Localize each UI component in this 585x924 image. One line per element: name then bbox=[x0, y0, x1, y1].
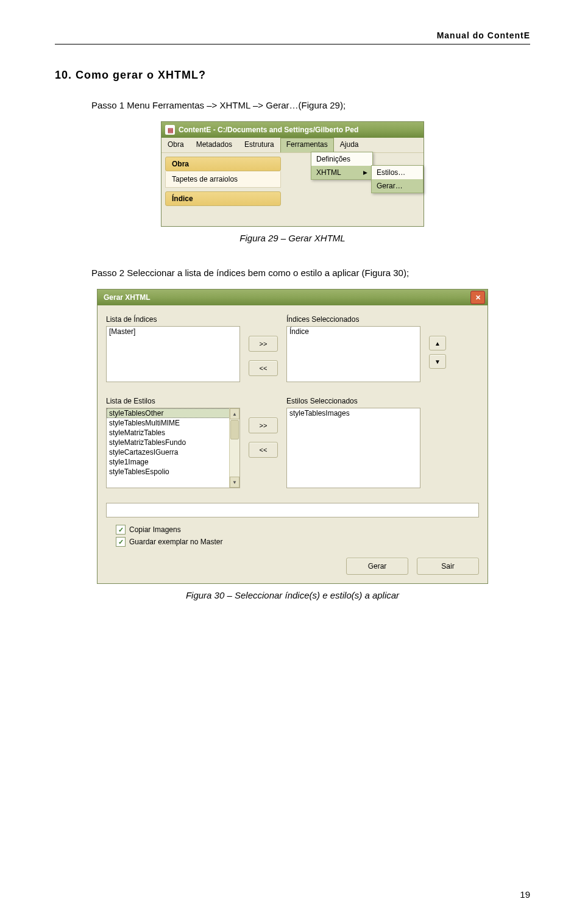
label-estilos-sel: Estilos Seleccionados bbox=[286, 397, 420, 405]
side-obra-item[interactable]: Tapetes de arraiolos bbox=[165, 171, 281, 188]
header-rule bbox=[55, 44, 530, 44]
menu-ajuda[interactable]: Ajuda bbox=[334, 138, 365, 152]
menu-ferramentas[interactable]: Ferramentas bbox=[280, 138, 334, 152]
list-item[interactable]: styleMatrizTables bbox=[107, 428, 239, 438]
submenu-arrow-icon: ▶ bbox=[363, 169, 367, 176]
remove-style-button[interactable]: << bbox=[249, 442, 278, 458]
list-item[interactable]: styleTablesMultiMIME bbox=[107, 418, 239, 428]
remove-index-button[interactable]: << bbox=[249, 360, 278, 376]
menu-metadados[interactable]: Metadados bbox=[190, 138, 238, 152]
check-label: Copiar Imagens bbox=[129, 525, 181, 534]
close-button[interactable]: ✕ bbox=[470, 291, 485, 304]
scroll-down-icon[interactable]: ▼ bbox=[230, 477, 239, 488]
checkbox-icon: ✓ bbox=[116, 525, 126, 535]
scrollbar[interactable]: ▲ ▼ bbox=[229, 408, 239, 488]
list-item[interactable]: styleCartazesIGuerra bbox=[107, 447, 239, 457]
menu-xhtml-label: XHTML bbox=[316, 168, 341, 177]
label-indices-sel: Índices Seleccionados bbox=[286, 315, 420, 324]
dialog-title: Gerar XHTML bbox=[104, 293, 151, 302]
listbox-estilos-src[interactable]: styleTablesOther styleTablesMultiMIME st… bbox=[106, 408, 240, 488]
xhtml-submenu: Estilos… Gerar… bbox=[371, 165, 424, 193]
gerar-button[interactable]: Gerar bbox=[346, 558, 408, 575]
close-icon: ✕ bbox=[475, 294, 481, 302]
list-item[interactable]: styleTablesEspolio bbox=[107, 467, 239, 477]
section-title: 10. Como gerar o XHTML? bbox=[55, 69, 530, 82]
check-label: Guardar exemplar no Master bbox=[129, 538, 222, 546]
scroll-up-icon[interactable]: ▲ bbox=[230, 408, 239, 419]
submenu-gerar[interactable]: Gerar… bbox=[372, 179, 423, 193]
side-obra-header: Obra bbox=[165, 157, 281, 171]
listbox-indices-src[interactable]: [Master] bbox=[106, 326, 240, 382]
page-header: Manual do ContentE bbox=[55, 30, 530, 40]
listbox-estilos-dst[interactable]: styleTablesImages bbox=[286, 408, 420, 488]
fig29-window: ▤ ContentE - C:/Documents and Settings/G… bbox=[161, 121, 424, 227]
check-copiar-imagens[interactable]: ✓ Copiar Imagens bbox=[116, 525, 479, 535]
fig30-titlebar: Gerar XHTML ✕ bbox=[98, 290, 488, 305]
list-item[interactable]: Índice bbox=[287, 327, 420, 336]
label-lista-indices: Lista de Índices bbox=[106, 315, 240, 324]
sair-button[interactable]: Sair bbox=[417, 558, 479, 575]
path-field[interactable] bbox=[106, 503, 479, 517]
checkbox-icon: ✓ bbox=[116, 537, 126, 547]
fig29-caption: Figura 29 – Gerar XHTML bbox=[55, 233, 530, 243]
scroll-thumb[interactable] bbox=[230, 420, 239, 439]
menubar: Obra Metadados Estrutura Ferramentas Aju… bbox=[161, 138, 424, 153]
menu-obra[interactable]: Obra bbox=[161, 138, 190, 152]
side-indice-header: Índice bbox=[165, 191, 281, 206]
list-item[interactable]: styleMatrizTablesFundo bbox=[107, 438, 239, 447]
label-lista-estilos: Lista de Estilos bbox=[106, 397, 240, 405]
add-index-button[interactable]: >> bbox=[249, 336, 278, 352]
list-item[interactable]: style1Image bbox=[107, 457, 239, 467]
menu-xhtml[interactable]: XHTML ▶ bbox=[311, 166, 372, 179]
app-icon: ▤ bbox=[165, 125, 175, 135]
move-up-button[interactable]: ▲ bbox=[429, 336, 446, 350]
fig30-caption: Figura 30 – Seleccionar índice(s) e esti… bbox=[55, 590, 530, 600]
page-number: 19 bbox=[520, 889, 530, 900]
move-down-button[interactable]: ▼ bbox=[429, 354, 446, 369]
submenu-estilos[interactable]: Estilos… bbox=[372, 166, 423, 179]
menu-definicoes[interactable]: Definições bbox=[311, 152, 372, 166]
list-item[interactable]: styleTablesOther bbox=[107, 408, 239, 418]
list-item[interactable]: [Master] bbox=[107, 327, 239, 336]
step2-text: Passo 2 Seleccionar a lista de índices b… bbox=[91, 268, 530, 278]
listbox-indices-dst[interactable]: Índice bbox=[286, 326, 420, 382]
window-title: ContentE - C:/Documents and Settings/Gil… bbox=[179, 126, 358, 134]
fig29-titlebar: ▤ ContentE - C:/Documents and Settings/G… bbox=[161, 122, 424, 138]
menu-estrutura[interactable]: Estrutura bbox=[238, 138, 280, 152]
fig30-window: Gerar XHTML ✕ Lista de Índices [Master] … bbox=[97, 289, 488, 584]
step1-text: Passo 1 Menu Ferramentas –> XHTML –> Ger… bbox=[91, 100, 530, 110]
ferramentas-dropdown: Definições XHTML ▶ bbox=[311, 152, 373, 180]
add-style-button[interactable]: >> bbox=[249, 418, 278, 433]
check-guardar-master[interactable]: ✓ Guardar exemplar no Master bbox=[116, 537, 479, 547]
list-item[interactable]: styleTablesImages bbox=[287, 408, 420, 418]
